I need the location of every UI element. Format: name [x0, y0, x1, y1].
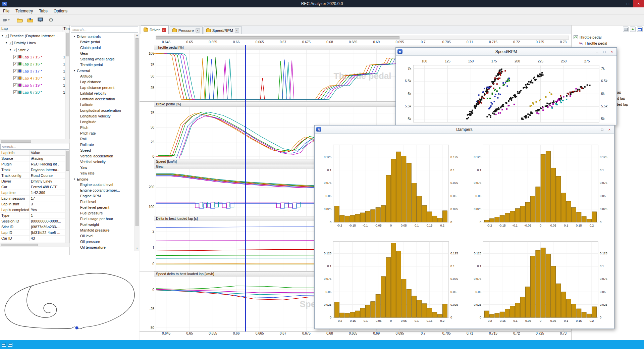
- tree-node[interactable]: ▾✓Practice (Daytona Internat...: [0, 32, 69, 39]
- tab-close-icon[interactable]: ×: [162, 28, 166, 32]
- channel-item[interactable]: Latitude: [70, 102, 135, 108]
- channel-item[interactable]: Yaw: [70, 165, 135, 170]
- settings-button[interactable]: ⚙: [46, 16, 56, 24]
- tree-node[interactable]: ▾✓Dmitriy Linev: [0, 39, 69, 46]
- info-row[interactable]: Type1: [0, 213, 69, 218]
- channel-search-input[interactable]: [71, 27, 138, 33]
- menu-item-options[interactable]: Options: [51, 8, 70, 14]
- chart-tree-item[interactable]: Throttle pedal: [572, 40, 644, 46]
- channel-item[interactable]: Altitude: [70, 73, 135, 79]
- info-table-hscrollbar[interactable]: [0, 243, 70, 247]
- checkbox[interactable]: ✓: [13, 76, 17, 80]
- info-row[interactable]: Lap in stint3: [0, 201, 69, 207]
- lap-row[interactable]: ✓Lap 1 / 15 *1:42: [0, 53, 69, 60]
- channel-group[interactable]: ▾Driver controls: [70, 34, 135, 39]
- info-row[interactable]: Lap ID{bf31fd22-4ae5-...: [0, 230, 69, 236]
- channel-item[interactable]: Manifold pressure: [70, 228, 135, 233]
- channel-item[interactable]: Fuel level: [70, 199, 135, 205]
- lap-tree[interactable]: ▾✓Practice (Daytona Internat...▾✓Dmitriy…: [0, 32, 69, 139]
- lap-tree-vscrollbar[interactable]: [65, 32, 69, 139]
- chart-tree-item[interactable]: Throttle pedal: [572, 34, 644, 40]
- expander-icon[interactable]: ▾: [73, 178, 76, 181]
- sim-connect-button[interactable]: ▾: [1, 16, 11, 24]
- info-row[interactable]: CarFerrari 488 GTE: [0, 184, 69, 190]
- scroll-up-icon[interactable]: ▴: [135, 34, 139, 38]
- speed-rpm-titlebar[interactable]: R Speed/RPM – □ ×: [396, 48, 616, 56]
- channel-item[interactable]: Clutch pedal: [70, 45, 135, 51]
- channel-item[interactable]: Engine coolant temper...: [70, 188, 135, 193]
- channel-item[interactable]: Engine coolant level: [70, 182, 135, 188]
- channel-item[interactable]: Throttle pedal: [70, 62, 135, 68]
- menu-item-telemetry[interactable]: Telemetry: [12, 8, 36, 14]
- tab-close-icon[interactable]: ×: [196, 28, 200, 33]
- channel-item[interactable]: Fuel weight: [70, 222, 135, 228]
- checkbox[interactable]: ✓: [9, 41, 13, 45]
- maximize-button[interactable]: □: [601, 49, 608, 54]
- channel-item[interactable]: Speed: [70, 148, 135, 153]
- channel-item[interactable]: Latitudal acceleration: [70, 96, 135, 102]
- menu-item-file[interactable]: File: [0, 8, 12, 14]
- expander-icon[interactable]: ▾: [73, 69, 76, 72]
- info-row[interactable]: Lap time1:42.399: [0, 190, 69, 196]
- channel-item[interactable]: Oil pressure: [70, 239, 135, 245]
- checkbox[interactable]: ✓: [13, 48, 17, 52]
- tree-node[interactable]: ▾✓Stint 2: [0, 46, 69, 53]
- lap-row[interactable]: ✓Lap 4 / 18 *1:42: [0, 74, 69, 82]
- channel-item[interactable]: Roll rate: [70, 142, 135, 148]
- tab-close-icon[interactable]: ×: [235, 28, 239, 33]
- channel-item[interactable]: Steering wheel angle: [70, 56, 135, 62]
- channel-item[interactable]: Pitch rate: [70, 131, 135, 136]
- info-row[interactable]: Lap is completedYes: [0, 207, 69, 213]
- info-row[interactable]: PluginREC iRacing ibt .: [0, 161, 69, 167]
- tab-pressure[interactable]: Pressure ×: [170, 27, 203, 34]
- channel-group[interactable]: ▾General: [70, 68, 135, 73]
- channel-item[interactable]: Vertical velocity: [70, 159, 135, 165]
- minimize-button[interactable]: –: [591, 127, 598, 132]
- channel-item[interactable]: Oil level: [70, 233, 135, 239]
- checkbox[interactable]: ✓: [13, 55, 17, 59]
- checkbox[interactable]: ✓: [5, 34, 9, 38]
- channel-item[interactable]: Pitch: [70, 125, 135, 131]
- checkbox[interactable]: ✓: [13, 69, 17, 73]
- import-telemetry-button[interactable]: [25, 16, 35, 24]
- info-row[interactable]: TrackDaytona Interna..: [0, 167, 69, 173]
- lap-row[interactable]: ✓Lap 3 / 17 *1:42: [0, 67, 69, 74]
- info-table-vscrollbar[interactable]: [65, 150, 69, 243]
- info-row[interactable]: Stint ID{0f877d3f-a233-...: [0, 224, 69, 230]
- speed-rpm-scatter[interactable]: 1001251501752002252502757k7k6.5k6.5k6k6k…: [396, 56, 616, 125]
- channel-item[interactable]: Longitudinal acceleration: [70, 108, 135, 113]
- minimize-button[interactable]: –: [594, 49, 600, 54]
- lap-row[interactable]: ✓Lap 5 / 19 *1:43: [0, 82, 69, 89]
- expander-icon[interactable]: ▾: [73, 35, 76, 38]
- layout-icon[interactable]: [2, 343, 6, 347]
- channel-item[interactable]: Fuel pressure: [70, 210, 135, 216]
- window-list-icon[interactable]: [8, 343, 12, 347]
- channel-item[interactable]: Latitidal velocity: [70, 91, 135, 96]
- tab-driver[interactable]: Driver ×: [141, 26, 169, 34]
- channel-item[interactable]: Fuel usage per hour: [70, 216, 135, 222]
- dampers-titlebar[interactable]: R Dampers – □ ×: [315, 126, 614, 134]
- chart-hscrollbar[interactable]: [156, 36, 569, 40]
- lap-row[interactable]: ✓Lap 6 / 20 *1:42: [0, 89, 69, 96]
- checkbox[interactable]: ✓: [13, 83, 17, 87]
- channel-item[interactable]: Fuel level percent: [70, 205, 135, 210]
- maximize-button[interactable]: □: [623, 0, 633, 7]
- channel-item[interactable]: Vertical acceleration: [70, 153, 135, 159]
- channel-item[interactable]: Yaw rate: [70, 170, 135, 176]
- channel-item[interactable]: Roll: [70, 136, 135, 142]
- channel-vscrollbar[interactable]: ▴ ▾: [135, 34, 139, 251]
- speed-rpm-window[interactable]: R Speed/RPM – □ × 1001251501752002252502…: [395, 47, 617, 125]
- lap-tree-hscrollbar[interactable]: [0, 139, 70, 143]
- screenshot-button[interactable]: [36, 16, 45, 24]
- chart-cursor-line[interactable]: [245, 45, 246, 332]
- open-folder-button[interactable]: [15, 16, 24, 24]
- info-row[interactable]: Lap in session17: [0, 196, 69, 201]
- close-button[interactable]: ×: [606, 127, 613, 132]
- menu-item-tabs[interactable]: Tabs: [36, 8, 50, 14]
- expander-icon[interactable]: ▾: [5, 41, 8, 44]
- channel-group[interactable]: ▾Engine: [70, 176, 135, 182]
- checkbox[interactable]: ✓: [13, 62, 17, 66]
- track-map[interactable]: [0, 255, 139, 340]
- maximize-button[interactable]: □: [599, 127, 605, 132]
- dampers-histograms[interactable]: 000.0250.0250.050.050.0750.0750.10.10.12…: [315, 134, 614, 329]
